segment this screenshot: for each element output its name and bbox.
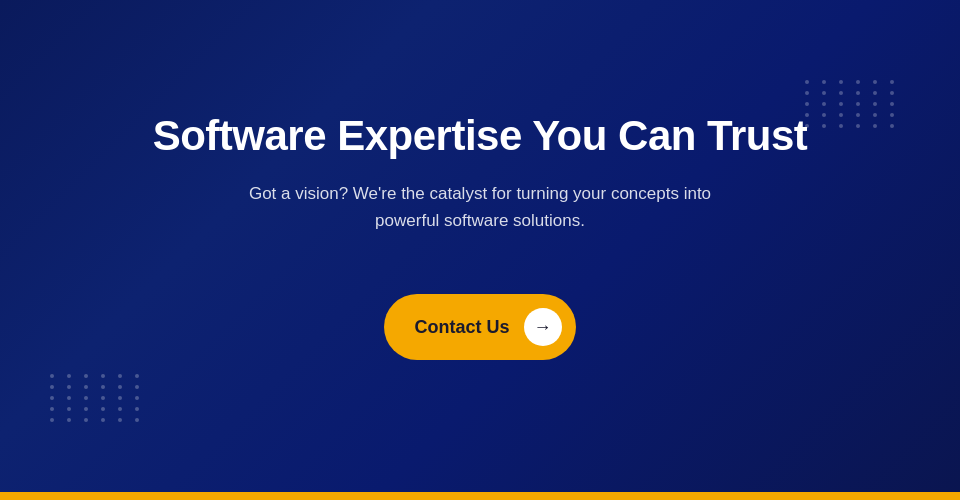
dots-top-right: [805, 80, 900, 128]
hero-section: Software Expertise You Can Trust Got a v…: [0, 0, 960, 492]
hero-title: Software Expertise You Can Trust: [153, 112, 808, 160]
cta-label: Contact Us: [414, 317, 509, 338]
gold-bar: [0, 492, 960, 500]
dots-bottom-left: [50, 374, 145, 422]
arrow-icon: →: [534, 318, 552, 336]
contact-us-button[interactable]: Contact Us →: [384, 294, 575, 360]
hero-subtitle: Got a vision? We're the catalyst for tur…: [220, 180, 740, 234]
arrow-circle: →: [524, 308, 562, 346]
page-wrapper: Software Expertise You Can Trust Got a v…: [0, 0, 960, 500]
